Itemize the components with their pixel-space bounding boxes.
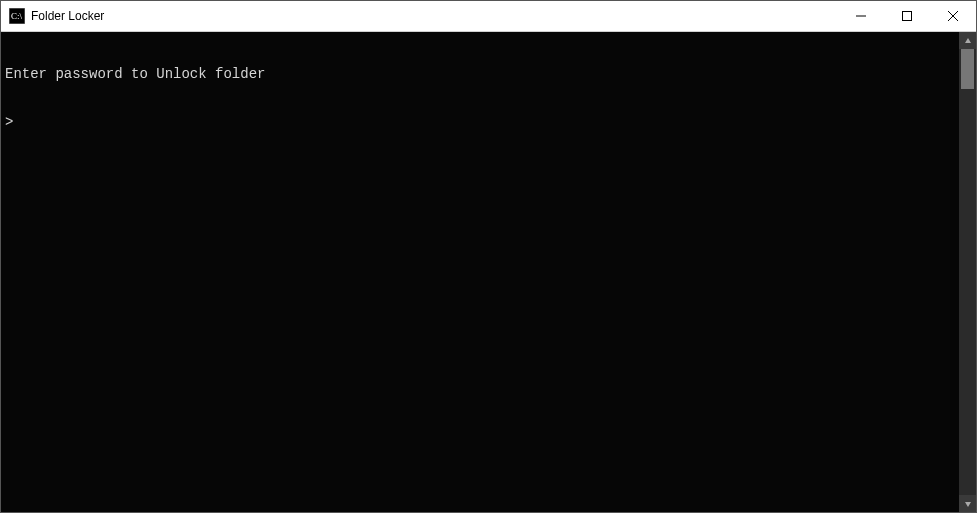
- vertical-scrollbar[interactable]: [959, 32, 976, 512]
- svg-marker-7: [965, 502, 971, 507]
- maximize-button[interactable]: [884, 1, 930, 31]
- svg-text:C:\: C:\: [11, 11, 23, 21]
- prompt-line: >: [5, 114, 955, 130]
- minimize-button[interactable]: [838, 1, 884, 31]
- password-input[interactable]: [13, 114, 955, 130]
- scroll-thumb[interactable]: [961, 49, 974, 89]
- console[interactable]: Enter password to Unlock folder >: [1, 32, 959, 512]
- scroll-up-button[interactable]: [959, 32, 976, 49]
- client-area: Enter password to Unlock folder >: [1, 32, 976, 512]
- scroll-track[interactable]: [959, 49, 976, 495]
- cmd-icon: C:\: [9, 8, 25, 24]
- titlebar[interactable]: C:\ Folder Locker: [1, 1, 976, 32]
- window: C:\ Folder Locker Enter password to Unlo…: [0, 0, 977, 513]
- svg-rect-3: [903, 12, 912, 21]
- window-title: Folder Locker: [31, 9, 104, 23]
- window-controls: [838, 1, 976, 31]
- prompt-symbol: >: [5, 114, 13, 130]
- scroll-down-button[interactable]: [959, 495, 976, 512]
- svg-marker-6: [965, 38, 971, 43]
- titlebar-left: C:\ Folder Locker: [1, 8, 104, 24]
- close-button[interactable]: [930, 1, 976, 31]
- console-message: Enter password to Unlock folder: [5, 66, 955, 82]
